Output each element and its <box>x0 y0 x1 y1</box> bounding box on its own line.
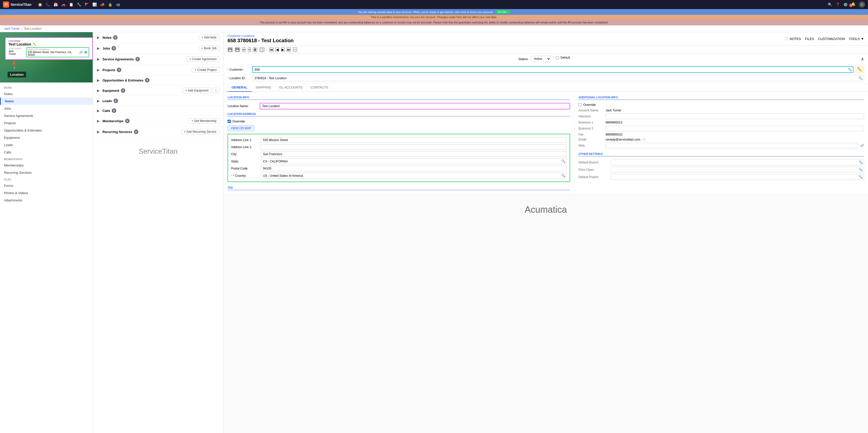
price-class-input[interactable] <box>611 167 858 172</box>
undo-button[interactable]: ↩ <box>242 47 246 52</box>
sell-membership-button[interactable]: + Sell Membership <box>189 118 219 124</box>
sidebar-item-opportunities[interactable]: Opportunities & Estimates <box>0 127 93 134</box>
more-button[interactable]: ⋯ <box>293 47 297 52</box>
location-name-input[interactable] <box>260 103 570 109</box>
location-id-input[interactable] <box>252 76 858 81</box>
sidebar-item-attachments[interactable]: Attachments <box>0 197 93 204</box>
tools-action-link[interactable]: TOOLS ▼ <box>849 37 864 41</box>
web-input[interactable] <box>606 143 858 148</box>
address1-input[interactable] <box>261 137 567 143</box>
chevron-leads[interactable]: ▶ <box>97 99 99 103</box>
tab-shipping[interactable]: SHIPPING <box>252 84 275 92</box>
reports-icon[interactable]: 📊 <box>92 2 97 6</box>
files-action-link[interactable]: FILES <box>805 37 814 41</box>
customer-edit-button[interactable]: ✏️ <box>856 66 864 73</box>
default-project-input[interactable] <box>611 174 858 179</box>
customer-input[interactable] <box>253 67 847 73</box>
chevron-equipment[interactable]: ▶ <box>97 89 99 92</box>
dispatch-icon[interactable]: 🚗 <box>61 2 66 6</box>
status-select[interactable]: Active Inactive <box>531 56 551 62</box>
tab-contacts[interactable]: CONTACTS <box>306 84 332 92</box>
notes-action-link[interactable]: 📄 NOTES <box>785 37 801 41</box>
create-agreement-button[interactable]: + Create Agreement <box>187 56 219 62</box>
attention-input[interactable] <box>606 114 864 119</box>
location-id-search-button[interactable]: 🔍 <box>858 75 864 81</box>
default-branch-input[interactable] <box>611 160 858 165</box>
invoice-icon[interactable]: 📋 <box>69 2 73 6</box>
external-link-icon[interactable]: 🔗 <box>860 144 864 147</box>
country-input[interactable] <box>261 173 561 178</box>
sidebar-item-service-agreements[interactable]: Service Agreements <box>0 112 93 119</box>
video-icon[interactable]: 📹 <box>116 2 120 6</box>
delete-button[interactable]: 🗑 <box>253 47 257 52</box>
home-icon[interactable]: 🏠 <box>38 2 42 6</box>
chevron-memberships[interactable]: ▶ <box>97 119 99 123</box>
add-equipment-button[interactable]: + Add Equipment <box>183 88 211 93</box>
tab-gl-accounts[interactable]: GL ACCOUNTS <box>275 84 307 92</box>
copy-button[interactable]: 📋 <box>259 47 265 52</box>
sidebar-item-memberships[interactable]: Memberships <box>0 162 93 169</box>
get-started-button[interactable]: Get Sta... <box>496 10 510 14</box>
collapse-button[interactable]: ∧ <box>861 57 864 61</box>
settings-icon[interactable]: ⚙️ <box>843 2 848 6</box>
default-project-search[interactable]: 🔍 <box>858 174 864 179</box>
save-button[interactable]: 💾 <box>227 47 233 52</box>
edit-location-icon[interactable]: ✏️ <box>33 42 36 46</box>
sidebar-item-projects[interactable]: Projects <box>0 119 93 127</box>
phone-icon[interactable]: 📞 <box>46 2 50 6</box>
external-link-icon[interactable]: 🔗 <box>79 51 83 54</box>
chevron-rs[interactable]: ▶ <box>97 130 99 134</box>
tab-general[interactable]: GENERAL <box>227 84 252 92</box>
sidebar-item-notes[interactable]: Notes <box>0 90 93 97</box>
customer-search-button[interactable]: 🔍 <box>847 67 853 73</box>
customization-action-link[interactable]: CUSTOMIZATION <box>818 37 845 41</box>
city-input[interactable] <box>261 151 567 157</box>
book-job-button[interactable]: + Book Job <box>199 46 219 51</box>
chevron-sa[interactable]: ▶ <box>97 57 99 61</box>
sidebar-item-recurring-services[interactable]: Recurring Services <box>0 169 93 176</box>
first-button[interactable]: ⏮ <box>269 47 274 52</box>
sidebar-item-leads[interactable]: Leads <box>0 141 93 149</box>
chevron-calls[interactable]: ▶ <box>97 109 99 113</box>
view-on-map-button[interactable]: VIEW ON MAP <box>227 125 254 131</box>
customer-locations-breadcrumb[interactable]: Customer Locations <box>227 34 293 38</box>
sidebar-item-notes-active[interactable]: Notes <box>0 97 93 105</box>
tools-icon[interactable]: 🔧 <box>77 2 81 6</box>
chevron-notes[interactable]: ▶ <box>97 36 99 39</box>
notification-icon[interactable]: 🔔 1 <box>851 2 856 7</box>
sidebar-item-equipment[interactable]: Equipment <box>0 134 93 141</box>
user-avatar[interactable]: U <box>859 1 865 7</box>
add-button[interactable]: + <box>248 47 251 52</box>
override-checkbox[interactable] <box>227 120 231 123</box>
postal-input[interactable] <box>261 166 567 171</box>
chevron-opp[interactable]: ▶ <box>97 79 99 82</box>
prev-button[interactable]: ◀ <box>276 47 279 52</box>
help-icon[interactable]: ❓ <box>836 2 840 6</box>
price-class-search[interactable]: 🔍 <box>858 167 864 172</box>
save-as-button[interactable]: 💾 <box>235 47 240 52</box>
state-search-button[interactable]: 🔍 <box>561 159 566 164</box>
address2-input[interactable] <box>261 144 567 150</box>
additional-override-checkbox[interactable] <box>579 103 582 106</box>
sidebar-item-calls[interactable]: Calls <box>0 149 93 156</box>
create-project-button[interactable]: + Create Project <box>192 67 219 73</box>
country-search-button[interactable]: 🔍 <box>561 173 566 178</box>
state-input[interactable] <box>261 159 561 164</box>
add-note-button[interactable]: + Add Note <box>199 35 219 40</box>
map-link-icon[interactable]: 🗺️ <box>84 51 88 54</box>
chevron-projects[interactable]: ▶ <box>97 68 99 72</box>
equipment-more-button[interactable]: ⋮ <box>213 88 219 93</box>
breadcrumb-parent[interactable]: Jack Turner <box>4 27 20 30</box>
add-recurring-service-button[interactable]: + Add Recurring Service <box>181 129 219 135</box>
search-icon[interactable]: 🔍 <box>828 2 832 6</box>
flag-icon[interactable]: 🚩 <box>85 2 89 6</box>
sidebar-item-jobs[interactable]: Jobs <box>0 105 93 112</box>
marketing-icon[interactable]: 📣 <box>100 2 104 6</box>
sidebar-item-forms[interactable]: Forms <box>0 182 93 189</box>
business2-input[interactable] <box>606 126 864 131</box>
default-checkbox[interactable] <box>556 56 559 59</box>
security-icon[interactable]: 🔒 <box>108 2 112 6</box>
default-branch-search[interactable]: 🔍 <box>858 160 864 165</box>
next-button[interactable]: ▶ <box>281 47 285 52</box>
last-button[interactable]: ⏭ <box>286 47 291 52</box>
